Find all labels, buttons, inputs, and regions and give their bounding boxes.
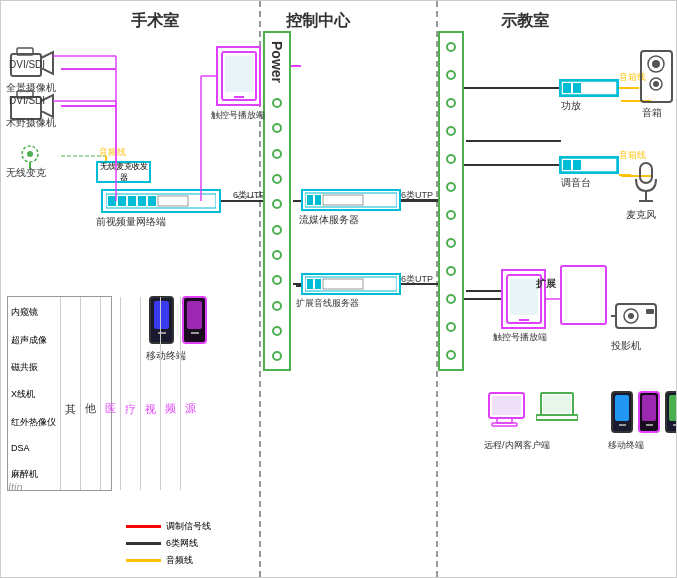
strip-dot [446,294,456,304]
header-control: 控制中心 [286,11,350,32]
touch2-label: 触控号播放端 [493,331,547,344]
med-label-shi: 视 [141,297,161,490]
svg-rect-43 [510,279,538,315]
med-label-yi: 医 [101,297,121,490]
svg-rect-37 [323,195,363,205]
encoder-box [101,189,221,213]
left-power-strip: Power [263,31,291,371]
header-surgery: 手术室 [131,11,179,32]
svg-rect-32 [225,56,253,92]
screen-label: 扩展 [536,277,556,291]
strip-dot [272,351,282,361]
strip-dot [446,154,456,164]
svg-rect-53 [641,51,672,102]
camera2-label2: 术野摄像机 [6,116,56,130]
svg-point-57 [653,81,659,87]
amplifier-box [559,79,619,97]
med-item: DSA [11,443,57,453]
svg-rect-35 [307,195,313,205]
med-item: 红外热像仪 [11,416,57,429]
projector-label: 投影机 [611,339,641,353]
main-container: 手术室 控制中心 示教室 [0,0,677,578]
computer-icon [487,391,532,436]
strip-dot [446,70,456,80]
strip-dot [272,225,282,235]
strip-dot [446,210,456,220]
med-label-ta: 他 [81,297,101,490]
svg-rect-41 [323,279,363,289]
svg-rect-69 [543,395,571,413]
phone5-icon [665,391,677,433]
mixer-box: 无线麦克收发器 [96,161,151,183]
svg-rect-48 [646,309,654,314]
strip-dot [272,326,282,336]
laptop-icon [536,391,578,426]
legend-line-black [126,542,161,545]
touch1-label: 触控号播放端 [211,109,265,122]
med-label-liao: 疗 [121,297,141,490]
phone4-icon [638,391,660,433]
wireless-label: 无线变克 [6,166,46,180]
svg-rect-52 [573,83,581,93]
svg-rect-30 [158,196,188,206]
utp1-label: 6类UTP [233,189,265,202]
mixer2-box [559,156,619,174]
strip-dot [446,98,456,108]
svg-rect-29 [148,196,156,206]
svg-rect-70 [536,415,578,420]
svg-rect-27 [128,196,136,206]
strip-dot [272,250,282,260]
legend-line-yellow [126,559,161,562]
svg-rect-28 [138,196,146,206]
audio-label: 音频线 [99,146,126,159]
projector-icon [611,296,666,338]
legend-line-red [126,525,161,528]
strip-dot [272,149,282,159]
touch1-box [216,46,261,106]
strip-dot [446,238,456,248]
speaker-label: 音箱 [642,106,662,120]
svg-rect-39 [307,279,313,289]
utp3-label: 6类UTP [401,273,433,286]
med-label-qi: 其 [61,297,81,490]
strip-dot [446,322,456,332]
remote-clients [487,391,578,436]
svg-rect-26 [118,196,126,206]
legend-item-red: 调制信号线 [126,520,211,533]
med-label-pin: 频 [161,297,181,490]
med-label-yuan: 源 [181,297,200,490]
svg-point-55 [652,60,660,68]
remote-label: 远程/内网客户端 [484,439,550,452]
mobile2-label: 移动终端 [608,439,644,452]
right-power-strip [438,31,464,371]
svg-point-47 [628,313,634,319]
svg-rect-65 [492,396,521,415]
power-label: Power [269,41,285,83]
legend-label-black: 6类网线 [166,537,198,550]
medical-list: 内窥镜 超声成像 磁共振 X线机 红外热像仪 DSA 麻醉机 其 他 医 疗 视… [7,296,112,491]
header-demo: 示教室 [501,11,549,32]
legend-label-red: 调制信号线 [166,520,211,533]
med-item: 磁共振 [11,361,57,374]
strip-dot [446,42,456,52]
strip-dot [272,174,282,184]
ext-server-label: 扩展音线服务器 [296,297,359,310]
svg-rect-25 [108,196,116,206]
med-item: 超声成像 [11,334,57,347]
svg-rect-45 [616,304,656,328]
ext-server-box [301,273,401,295]
med-labels-col: 其 他 医 疗 视 频 源 [61,297,111,490]
mic-icon [631,161,661,208]
strip-dot [272,275,282,285]
strip-dot [272,199,282,209]
mixer-text: 无线麦克收发器 [98,161,149,183]
svg-rect-61 [640,163,652,183]
strip-dot [272,98,282,108]
mic-label: 麦克风 [626,208,656,222]
med-items-col: 内窥镜 超声成像 磁共振 X线机 红外热像仪 DSA 麻醉机 [8,297,61,490]
svg-rect-36 [315,195,321,205]
encoder-label: 前视频量网络端 [96,215,166,229]
strip-dot [446,182,456,192]
legend-item-yellow: 音频线 [126,554,211,567]
strip-dot [446,350,456,360]
